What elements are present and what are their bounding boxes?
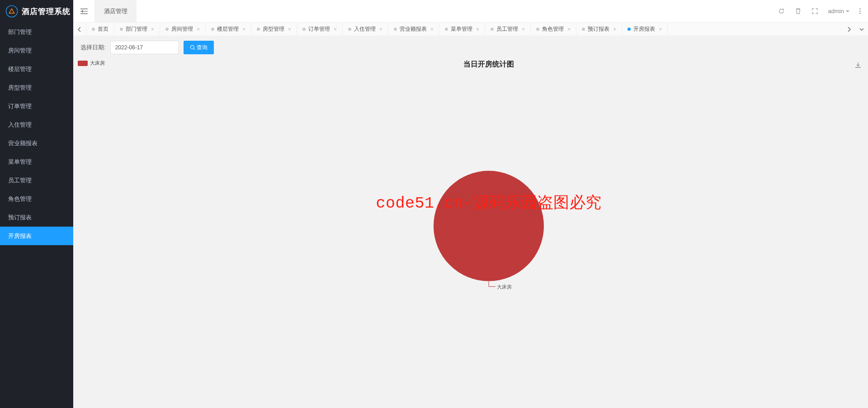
tab-dot-icon (348, 28, 351, 31)
download-chart-button[interactable] (854, 62, 862, 70)
tab-roomtype[interactable]: 房型管理× (251, 23, 297, 36)
date-input[interactable] (110, 41, 179, 54)
tab-menu[interactable]: 菜单管理× (439, 23, 485, 36)
chevron-down-icon (846, 10, 849, 14)
top-header: 酒店管理 admin (73, 0, 868, 23)
close-icon[interactable]: × (567, 26, 571, 33)
tab-label: 订单管理 (308, 25, 330, 33)
tab-label: 营业额报表 (400, 25, 427, 33)
tab-label: 房型管理 (263, 25, 284, 33)
tab-dot-icon (211, 28, 214, 31)
tab-scroll-right[interactable] (843, 23, 855, 36)
sidebar-item-order[interactable]: 订单管理 (0, 97, 73, 115)
sidebar: 酒店管理系统 部门管理 房间管理 楼层管理 房型管理 订单管理 入住管理 营业额… (0, 0, 73, 408)
query-button[interactable]: 查询 (184, 41, 214, 54)
filter-bar: 选择日期: 查询 (73, 36, 868, 59)
sidebar-item-staff[interactable]: 员工管理 (0, 171, 73, 190)
content-area: 选择日期: 查询 大床房 当日开房统计图 (73, 36, 868, 408)
sidebar-item-revenue[interactable]: 营业额报表 (0, 134, 73, 152)
tab-label: 入住管理 (354, 25, 376, 33)
close-icon[interactable]: × (242, 26, 245, 33)
sidebar-item-role[interactable]: 角色管理 (0, 190, 73, 208)
pie-slice[interactable] (434, 171, 544, 281)
query-button-label: 查询 (197, 44, 208, 52)
chart-container: 大床房 当日开房统计图 大床房 code51.c (73, 59, 868, 408)
refresh-button[interactable] (778, 8, 785, 14)
sidebar-item-room[interactable]: 房间管理 (0, 41, 73, 60)
tab-label: 部门管理 (126, 25, 147, 33)
tab-dot-icon (165, 28, 169, 31)
toggle-sidebar-button[interactable] (73, 0, 95, 22)
tab-label: 开房报表 (633, 25, 655, 33)
more-menu-button[interactable] (859, 8, 861, 14)
tab-dot-icon (445, 28, 448, 31)
tab-dot-icon (92, 28, 95, 31)
legend-swatch-icon (78, 61, 88, 66)
close-icon[interactable]: × (151, 26, 154, 33)
legend-item[interactable]: 大床房 (78, 60, 109, 66)
tab-role[interactable]: 角色管理× (531, 23, 576, 36)
sidebar-item-checkin[interactable]: 入住管理 (0, 115, 73, 134)
menu-fold-icon (80, 8, 88, 14)
tab-dot-icon (120, 28, 123, 31)
tab-scroll-left[interactable] (73, 23, 86, 36)
main-area: 酒店管理 admin (73, 0, 868, 408)
fullscreen-button[interactable] (811, 8, 818, 14)
logo-icon (5, 5, 18, 18)
close-icon[interactable]: × (197, 26, 200, 33)
tab-order[interactable]: 订单管理× (297, 23, 343, 36)
tab-strip: 首页 部门管理× 房间管理× 楼层管理× 房型管理× 订单管理× 入住管理× 营… (73, 23, 868, 36)
chevron-right-icon (846, 27, 852, 32)
sidebar-item-open-report[interactable]: 开房报表 (0, 227, 73, 245)
tab-label: 菜单管理 (451, 25, 472, 33)
close-icon[interactable]: × (430, 26, 434, 33)
delete-button[interactable] (795, 8, 802, 14)
close-icon[interactable]: × (613, 26, 616, 33)
tab-label: 员工管理 (496, 25, 518, 33)
trash-icon (795, 8, 802, 14)
close-icon[interactable]: × (476, 26, 479, 33)
tab-label: 房间管理 (171, 25, 193, 33)
svg-point-0 (6, 5, 17, 17)
svg-point-1 (190, 45, 194, 49)
tab-checkin[interactable]: 入住管理× (343, 23, 388, 36)
pie-chart: 大床房 (416, 158, 561, 303)
download-icon (854, 62, 862, 69)
side-menu: 部门管理 房间管理 楼层管理 房型管理 订单管理 入住管理 营业额报表 菜单管理… (0, 23, 73, 408)
tab-open-report[interactable]: 开房报表× (622, 23, 668, 36)
tab-dot-icon (627, 28, 631, 31)
close-icon[interactable]: × (379, 26, 382, 33)
tab-department[interactable]: 部门管理× (114, 23, 160, 36)
close-icon[interactable]: × (288, 26, 291, 33)
logo-row: 酒店管理系统 (0, 0, 73, 23)
user-menu[interactable]: admin (828, 8, 849, 14)
tab-home[interactable]: 首页 (86, 23, 114, 36)
refresh-icon (778, 8, 785, 14)
tab-staff[interactable]: 员工管理× (485, 23, 531, 36)
tab-dot-icon (257, 28, 260, 31)
tab-revenue[interactable]: 营业额报表× (388, 23, 439, 36)
sidebar-item-booking-report[interactable]: 预订报表 (0, 208, 73, 227)
tab-booking-report[interactable]: 预订报表× (576, 23, 622, 36)
tab-room[interactable]: 房间管理× (160, 23, 206, 36)
sidebar-item-roomtype[interactable]: 房型管理 (0, 78, 73, 97)
close-icon[interactable]: × (522, 26, 525, 33)
tab-dot-icon (302, 28, 306, 31)
header-breadcrumb-tab[interactable]: 酒店管理 (95, 0, 137, 22)
app-title: 酒店管理系统 (22, 6, 71, 17)
fullscreen-icon (811, 8, 818, 14)
tab-dropdown-button[interactable] (855, 23, 868, 36)
close-icon[interactable]: × (659, 26, 662, 33)
tab-dot-icon (394, 28, 397, 31)
sidebar-item-department[interactable]: 部门管理 (0, 23, 73, 41)
chart-title: 当日开房统计图 (109, 60, 868, 69)
tab-label: 预订报表 (588, 25, 609, 33)
close-icon[interactable]: × (334, 26, 337, 33)
sidebar-item-floor[interactable]: 楼层管理 (0, 60, 73, 78)
sidebar-item-menu[interactable]: 菜单管理 (0, 152, 73, 171)
user-name-label: admin (828, 8, 844, 14)
chevron-down-icon (859, 27, 864, 32)
tab-floor[interactable]: 楼层管理× (206, 23, 251, 36)
tab-label: 楼层管理 (217, 25, 239, 33)
tab-dot-icon (582, 28, 585, 31)
